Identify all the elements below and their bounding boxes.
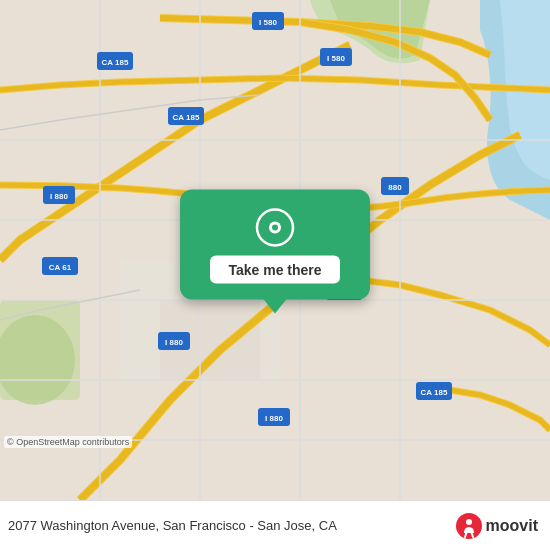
svg-text:I 880: I 880: [50, 192, 68, 201]
location-pin-icon: [253, 206, 297, 250]
svg-text:CA 185: CA 185: [173, 113, 200, 122]
popup-overlay: Take me there: [180, 190, 370, 300]
svg-text:I 880: I 880: [165, 338, 183, 347]
svg-text:I 580: I 580: [259, 18, 277, 27]
svg-point-40: [466, 519, 472, 525]
address-text: 2077 Washington Avenue, San Francisco - …: [8, 518, 337, 533]
svg-text:CA 61: CA 61: [49, 263, 72, 272]
svg-point-38: [272, 225, 278, 231]
popup-card: Take me there: [180, 190, 370, 300]
moovit-brand-icon: [456, 513, 482, 539]
take-me-there-button[interactable]: Take me there: [210, 256, 339, 284]
moovit-logo: moovit: [456, 513, 538, 539]
moovit-wordmark: moovit: [486, 517, 538, 535]
osm-attribution: © OpenStreetMap contributors: [4, 436, 132, 448]
svg-text:I 880: I 880: [265, 414, 283, 423]
bottom-bar: 2077 Washington Avenue, San Francisco - …: [0, 500, 550, 550]
svg-point-39: [456, 513, 482, 539]
svg-text:880: 880: [388, 183, 402, 192]
svg-text:CA 185: CA 185: [102, 58, 129, 67]
svg-text:I 580: I 580: [327, 54, 345, 63]
svg-text:CA 185: CA 185: [421, 388, 448, 397]
map-container: CA 185 I 580 I 580 CA 185 I 880 880 CA 6…: [0, 0, 550, 500]
